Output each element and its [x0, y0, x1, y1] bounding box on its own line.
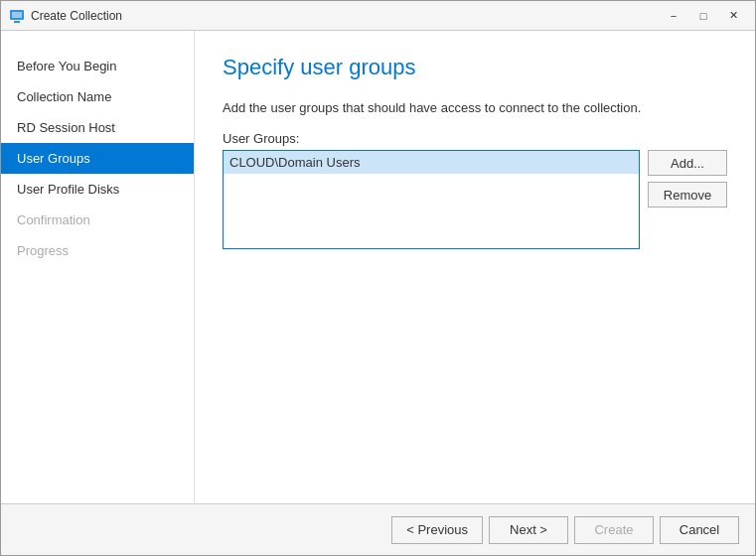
user-groups-label: User Groups:	[223, 131, 727, 146]
sidebar-item-confirmation: Confirmation	[1, 205, 194, 235]
main-panel: Specify user groups Add the user groups …	[195, 31, 755, 503]
maximize-button[interactable]: □	[689, 5, 717, 27]
previous-button[interactable]: < Previous	[391, 516, 483, 544]
main-window: Create Collection − □ ✕ Before You Begin…	[0, 0, 756, 556]
close-button[interactable]: ✕	[719, 5, 747, 27]
sidebar: Before You Begin Collection Name RD Sess…	[1, 31, 195, 503]
sidebar-item-user-groups[interactable]: User Groups	[1, 143, 194, 174]
sidebar-item-user-profile-disks[interactable]: User Profile Disks	[1, 174, 194, 205]
add-button[interactable]: Add...	[648, 150, 727, 176]
group-buttons: Add... Remove	[648, 150, 727, 208]
title-bar-text: Create Collection	[31, 9, 660, 23]
content-area: Before You Begin Collection Name RD Sess…	[1, 31, 755, 503]
list-item[interactable]: CLOUD\Domain Users	[224, 151, 639, 174]
minimize-button[interactable]: −	[660, 5, 687, 27]
next-button[interactable]: Next >	[489, 516, 568, 544]
description: Add the user groups that should have acc…	[223, 100, 727, 115]
svg-rect-2	[14, 21, 20, 23]
remove-button[interactable]: Remove	[648, 182, 727, 208]
create-button: Create	[574, 516, 654, 544]
sidebar-item-rd-session-host[interactable]: RD Session Host	[1, 112, 194, 143]
footer: < Previous Next > Create Cancel	[1, 503, 755, 555]
page-title: Specify user groups	[223, 55, 727, 80]
user-groups-row: CLOUD\Domain Users Add... Remove	[223, 150, 727, 249]
svg-rect-1	[12, 12, 22, 18]
sidebar-item-before-you-begin[interactable]: Before You Begin	[1, 51, 194, 81]
sidebar-item-progress: Progress	[1, 235, 194, 266]
sidebar-item-collection-name[interactable]: Collection Name	[1, 81, 194, 112]
app-icon	[9, 8, 25, 24]
title-bar-controls: − □ ✕	[660, 5, 747, 27]
title-bar: Create Collection − □ ✕	[1, 1, 755, 31]
user-groups-list[interactable]: CLOUD\Domain Users	[223, 150, 640, 249]
cancel-button[interactable]: Cancel	[660, 516, 739, 544]
